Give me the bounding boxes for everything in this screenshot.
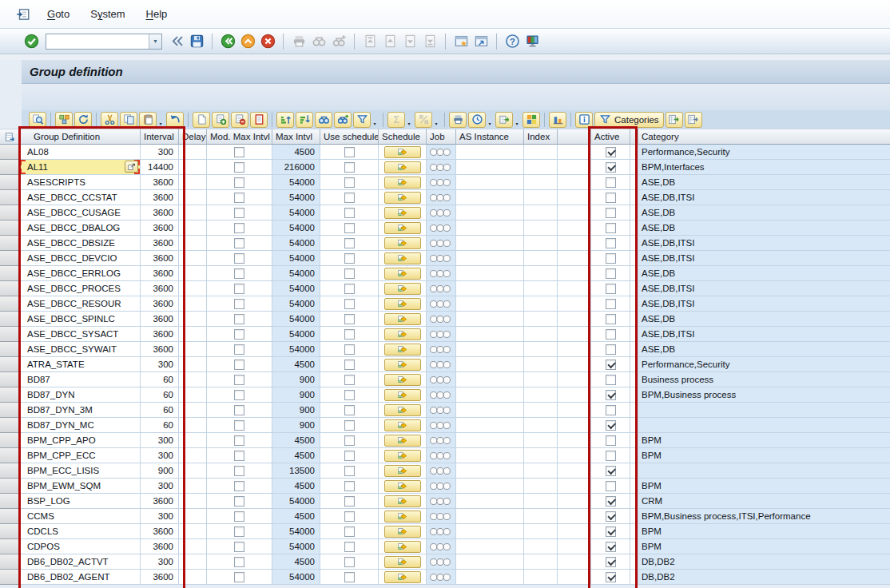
as-instance-cell[interactable] xyxy=(456,296,524,312)
use-schedule-checkbox[interactable] xyxy=(344,268,355,279)
job-cell[interactable] xyxy=(427,205,456,220)
job-cell[interactable] xyxy=(427,448,456,463)
as-instance-cell[interactable] xyxy=(456,357,524,372)
delay-cell[interactable] xyxy=(179,524,207,539)
use-schedule-checkbox[interactable] xyxy=(344,360,355,370)
row-selector[interactable] xyxy=(0,494,20,509)
as-instance-cell[interactable] xyxy=(456,205,524,220)
group-definition-cell[interactable]: ATRA_STATE xyxy=(20,357,141,372)
details-button[interactable] xyxy=(29,112,46,128)
job-cell[interactable] xyxy=(427,357,456,372)
interval-cell[interactable]: 300 xyxy=(141,509,179,524)
row-selector[interactable] xyxy=(0,281,20,296)
cut-button[interactable] xyxy=(101,112,118,128)
schedule-button[interactable] xyxy=(384,404,421,416)
duplicate-row-button[interactable] xyxy=(250,112,268,128)
mod-max-intvl-checkbox[interactable] xyxy=(234,147,244,157)
copy-button[interactable] xyxy=(120,112,137,128)
row-selector[interactable] xyxy=(0,570,20,585)
row-selector[interactable] xyxy=(0,145,20,160)
interval-cell[interactable]: 3600 xyxy=(141,220,179,236)
use-schedule-checkbox[interactable] xyxy=(344,572,355,582)
as-instance-cell[interactable] xyxy=(456,220,524,236)
job-links-icon[interactable] xyxy=(430,360,451,369)
index-cell[interactable] xyxy=(524,342,558,357)
delay-cell[interactable] xyxy=(179,554,207,570)
use-schedule-checkbox[interactable] xyxy=(344,435,355,446)
delay-cell[interactable] xyxy=(179,160,207,175)
mod-max-intvl-checkbox[interactable] xyxy=(234,420,244,431)
group-definition-cell[interactable]: ASE_DBCC_ERRLOG xyxy=(20,266,141,281)
delay-cell[interactable] xyxy=(179,433,207,448)
interval-cell[interactable]: 300 xyxy=(141,479,179,494)
as-instance-cell[interactable] xyxy=(456,160,524,175)
schedule-button[interactable] xyxy=(384,511,421,522)
as-instance-cell[interactable] xyxy=(456,494,524,509)
group-definition-cell[interactable]: ASE_DBCC_DEVCIO xyxy=(20,251,141,266)
delay-cell[interactable] xyxy=(179,494,207,509)
active-checkbox[interactable] xyxy=(606,238,616,248)
cancel-button[interactable] xyxy=(259,33,276,50)
interval-cell[interactable]: 60 xyxy=(141,372,179,387)
delay-cell[interactable] xyxy=(179,205,207,220)
index-cell[interactable] xyxy=(524,463,558,479)
use-schedule-checkbox[interactable] xyxy=(344,314,355,324)
mod-max-intvl-checkbox[interactable] xyxy=(234,557,244,567)
as-instance-cell[interactable] xyxy=(456,342,524,357)
filter-dropdown-icon[interactable]: ▾ xyxy=(371,112,379,128)
index-cell[interactable] xyxy=(524,433,558,448)
job-cell[interactable] xyxy=(427,190,456,205)
index-cell[interactable] xyxy=(524,205,558,220)
job-links-icon[interactable] xyxy=(430,542,451,551)
as-instance-cell[interactable] xyxy=(456,418,524,433)
schedule-button[interactable] xyxy=(384,344,421,356)
views-button[interactable] xyxy=(468,112,486,128)
as-instance-cell[interactable] xyxy=(456,327,524,342)
active-checkbox[interactable] xyxy=(606,420,616,431)
row-selector[interactable] xyxy=(0,327,20,342)
job-cell[interactable] xyxy=(427,509,456,524)
interval-cell[interactable]: 3600 xyxy=(141,570,179,585)
check-entries-button[interactable] xyxy=(55,112,73,128)
row-selector[interactable] xyxy=(0,554,20,570)
create-shortcut-button[interactable] xyxy=(472,33,490,50)
job-cell[interactable] xyxy=(427,433,456,448)
group-definition-cell[interactable]: BPM_CPP_ECC xyxy=(20,448,141,463)
command-field[interactable] xyxy=(46,35,149,48)
delay-cell[interactable] xyxy=(179,387,207,403)
job-links-icon[interactable] xyxy=(430,527,451,536)
as-instance-cell[interactable] xyxy=(456,312,524,327)
active-checkbox[interactable] xyxy=(606,299,616,309)
row-selector[interactable] xyxy=(0,251,20,266)
group-definition-cell[interactable]: DB6_DB02_ACTVT xyxy=(20,554,141,570)
use-schedule-checkbox[interactable] xyxy=(344,481,355,491)
job-links-icon[interactable] xyxy=(430,269,451,278)
delay-cell[interactable] xyxy=(179,509,207,524)
schedule-button[interactable] xyxy=(384,252,421,264)
sort-ascending-button[interactable] xyxy=(276,112,294,128)
schedule-button[interactable] xyxy=(384,207,421,219)
active-checkbox[interactable] xyxy=(606,375,616,385)
schedule-button[interactable] xyxy=(384,419,421,431)
as-instance-cell[interactable] xyxy=(456,175,524,190)
column-header-job[interactable]: Job xyxy=(427,129,456,145)
index-cell[interactable] xyxy=(524,494,558,509)
job-links-icon[interactable] xyxy=(430,148,451,157)
interval-cell[interactable]: 3600 xyxy=(141,190,179,205)
use-schedule-checkbox[interactable] xyxy=(344,344,355,355)
system-menu-icon[interactable] xyxy=(16,7,30,22)
interval-cell[interactable]: 3600 xyxy=(141,251,179,266)
active-checkbox[interactable] xyxy=(606,193,616,203)
delay-cell[interactable] xyxy=(179,418,207,433)
column-header-use-schedule[interactable]: Use schedule xyxy=(320,129,379,145)
as-instance-cell[interactable] xyxy=(456,251,524,266)
paste-button[interactable] xyxy=(139,112,157,128)
interval-cell[interactable]: 3600 xyxy=(141,205,179,220)
filter-button[interactable] xyxy=(353,112,371,128)
use-schedule-checkbox[interactable] xyxy=(344,253,355,264)
print-list-button[interactable] xyxy=(449,112,467,128)
job-cell[interactable] xyxy=(427,539,456,554)
group-definition-cell[interactable]: BD87_DYN_MC xyxy=(20,418,141,433)
delay-cell[interactable] xyxy=(179,266,207,281)
index-cell[interactable] xyxy=(524,296,558,312)
